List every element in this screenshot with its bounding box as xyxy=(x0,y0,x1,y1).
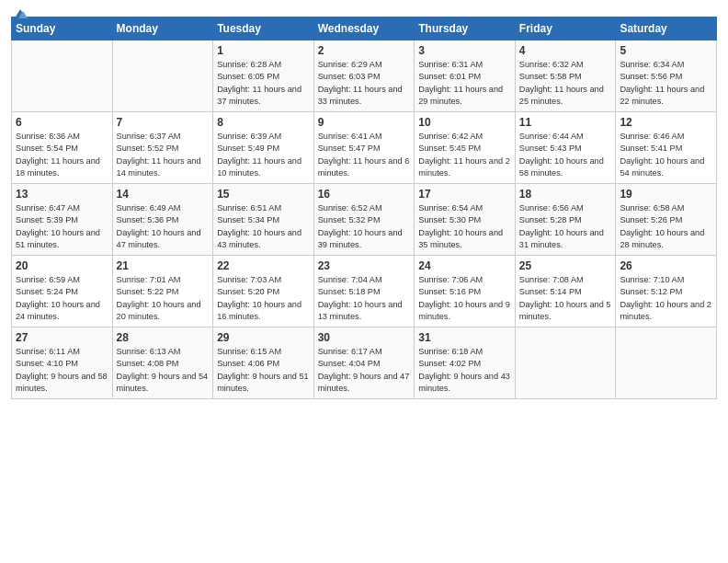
calendar-cell-5-4: 30Sunrise: 6:17 AM Sunset: 4:04 PM Dayli… xyxy=(313,327,415,399)
day-number: 28 xyxy=(117,331,210,344)
day-number: 24 xyxy=(418,259,511,272)
day-number: 19 xyxy=(620,188,712,201)
calendar-cell-1-6: 4Sunrise: 6:32 AM Sunset: 5:58 PM Daylig… xyxy=(515,40,616,112)
day-number: 25 xyxy=(519,259,612,272)
calendar-dow-saturday: Saturday xyxy=(616,17,717,40)
calendar-cell-4-6: 25Sunrise: 7:08 AM Sunset: 5:14 PM Dayli… xyxy=(515,256,616,327)
day-info: Sunrise: 7:06 AM Sunset: 5:16 PM Dayligh… xyxy=(418,274,511,323)
calendar-cell-1-1 xyxy=(12,40,113,112)
day-number: 17 xyxy=(418,188,511,201)
day-number: 14 xyxy=(117,188,210,201)
day-info: Sunrise: 6:56 AM Sunset: 5:28 PM Dayligh… xyxy=(519,202,612,251)
day-info: Sunrise: 6:52 AM Sunset: 5:32 PM Dayligh… xyxy=(318,202,411,251)
day-info: Sunrise: 6:15 AM Sunset: 4:06 PM Dayligh… xyxy=(217,346,310,395)
day-info: Sunrise: 6:54 AM Sunset: 5:30 PM Dayligh… xyxy=(418,202,511,251)
day-info: Sunrise: 6:11 AM Sunset: 4:10 PM Dayligh… xyxy=(16,346,108,395)
calendar-dow-monday: Monday xyxy=(112,17,213,40)
day-number: 30 xyxy=(318,331,411,344)
calendar-cell-2-7: 12Sunrise: 6:46 AM Sunset: 5:41 PM Dayli… xyxy=(616,112,717,184)
day-number: 15 xyxy=(217,188,310,201)
logo-icon xyxy=(11,6,28,22)
calendar-week-3: 13Sunrise: 6:47 AM Sunset: 5:39 PM Dayli… xyxy=(12,184,717,256)
day-info: Sunrise: 7:08 AM Sunset: 5:14 PM Dayligh… xyxy=(519,274,612,323)
day-number: 9 xyxy=(318,116,411,129)
day-number: 18 xyxy=(519,188,612,201)
day-number: 4 xyxy=(519,44,612,57)
calendar-cell-3-2: 14Sunrise: 6:49 AM Sunset: 5:36 PM Dayli… xyxy=(112,184,213,256)
calendar-cell-2-6: 11Sunrise: 6:44 AM Sunset: 5:43 PM Dayli… xyxy=(515,112,616,184)
calendar-cell-1-7: 5Sunrise: 6:34 AM Sunset: 5:56 PM Daylig… xyxy=(616,40,717,112)
day-number: 12 xyxy=(620,116,712,129)
calendar-cell-5-7 xyxy=(616,327,717,399)
calendar-cell-5-5: 31Sunrise: 6:18 AM Sunset: 4:02 PM Dayli… xyxy=(415,327,516,399)
calendar-table: SundayMondayTuesdayWednesdayThursdayFrid… xyxy=(11,17,717,399)
day-number: 29 xyxy=(217,331,310,344)
day-number: 31 xyxy=(418,331,511,344)
calendar-cell-5-6 xyxy=(515,327,616,399)
calendar-cell-3-6: 18Sunrise: 6:56 AM Sunset: 5:28 PM Dayli… xyxy=(515,184,616,256)
day-number: 1 xyxy=(217,44,310,57)
calendar-week-5: 27Sunrise: 6:11 AM Sunset: 4:10 PM Dayli… xyxy=(12,327,717,399)
calendar-cell-1-4: 2Sunrise: 6:29 AM Sunset: 6:03 PM Daylig… xyxy=(313,40,415,112)
day-info: Sunrise: 6:18 AM Sunset: 4:02 PM Dayligh… xyxy=(418,346,511,395)
calendar-cell-3-3: 15Sunrise: 6:51 AM Sunset: 5:34 PM Dayli… xyxy=(213,184,314,256)
day-info: Sunrise: 6:49 AM Sunset: 5:36 PM Dayligh… xyxy=(117,202,210,251)
calendar-cell-4-7: 26Sunrise: 7:10 AM Sunset: 5:12 PM Dayli… xyxy=(616,256,717,327)
day-info: Sunrise: 7:10 AM Sunset: 5:12 PM Dayligh… xyxy=(620,274,712,323)
day-info: Sunrise: 6:32 AM Sunset: 5:58 PM Dayligh… xyxy=(519,59,612,108)
day-number: 13 xyxy=(16,188,108,201)
calendar-cell-5-1: 27Sunrise: 6:11 AM Sunset: 4:10 PM Dayli… xyxy=(12,327,113,399)
day-info: Sunrise: 6:42 AM Sunset: 5:45 PM Dayligh… xyxy=(418,131,511,179)
day-info: Sunrise: 7:04 AM Sunset: 5:18 PM Dayligh… xyxy=(318,274,411,323)
day-info: Sunrise: 6:47 AM Sunset: 5:39 PM Dayligh… xyxy=(16,202,108,251)
page-container: SundayMondayTuesdayWednesdayThursdayFrid… xyxy=(0,0,728,407)
day-number: 21 xyxy=(117,259,210,272)
day-info: Sunrise: 6:34 AM Sunset: 5:56 PM Dayligh… xyxy=(620,59,712,108)
day-info: Sunrise: 6:44 AM Sunset: 5:43 PM Dayligh… xyxy=(519,131,612,179)
day-number: 10 xyxy=(418,116,511,129)
day-info: Sunrise: 7:01 AM Sunset: 5:22 PM Dayligh… xyxy=(117,274,210,323)
day-number: 16 xyxy=(318,188,411,201)
day-info: Sunrise: 6:17 AM Sunset: 4:04 PM Dayligh… xyxy=(318,346,411,395)
day-info: Sunrise: 6:37 AM Sunset: 5:52 PM Dayligh… xyxy=(117,131,210,179)
calendar-cell-4-4: 23Sunrise: 7:04 AM Sunset: 5:18 PM Dayli… xyxy=(313,256,415,327)
calendar-cell-1-5: 3Sunrise: 6:31 AM Sunset: 6:01 PM Daylig… xyxy=(415,40,516,112)
day-number: 8 xyxy=(217,116,310,129)
calendar-week-4: 20Sunrise: 6:59 AM Sunset: 5:24 PM Dayli… xyxy=(12,256,717,327)
calendar-cell-4-5: 24Sunrise: 7:06 AM Sunset: 5:16 PM Dayli… xyxy=(415,256,516,327)
day-info: Sunrise: 6:39 AM Sunset: 5:49 PM Dayligh… xyxy=(217,131,310,179)
calendar-cell-2-1: 6Sunrise: 6:36 AM Sunset: 5:54 PM Daylig… xyxy=(12,112,113,184)
calendar-week-1: 1Sunrise: 6:28 AM Sunset: 6:05 PM Daylig… xyxy=(12,40,717,112)
day-info: Sunrise: 6:28 AM Sunset: 6:05 PM Dayligh… xyxy=(217,59,310,108)
day-info: Sunrise: 6:13 AM Sunset: 4:08 PM Dayligh… xyxy=(117,346,210,395)
calendar-cell-4-3: 22Sunrise: 7:03 AM Sunset: 5:20 PM Dayli… xyxy=(213,256,314,327)
calendar-cell-3-4: 16Sunrise: 6:52 AM Sunset: 5:32 PM Dayli… xyxy=(313,184,415,256)
day-info: Sunrise: 7:03 AM Sunset: 5:20 PM Dayligh… xyxy=(217,274,310,323)
calendar-week-2: 6Sunrise: 6:36 AM Sunset: 5:54 PM Daylig… xyxy=(12,112,717,184)
day-info: Sunrise: 6:31 AM Sunset: 6:01 PM Dayligh… xyxy=(418,59,511,108)
calendar-cell-2-3: 8Sunrise: 6:39 AM Sunset: 5:49 PM Daylig… xyxy=(213,112,314,184)
calendar-cell-1-2 xyxy=(112,40,213,112)
calendar-cell-4-1: 20Sunrise: 6:59 AM Sunset: 5:24 PM Dayli… xyxy=(12,256,113,327)
day-number: 27 xyxy=(16,331,108,344)
day-number: 23 xyxy=(318,259,411,272)
calendar-cell-5-2: 28Sunrise: 6:13 AM Sunset: 4:08 PM Dayli… xyxy=(112,327,213,399)
day-number: 3 xyxy=(418,44,511,57)
day-info: Sunrise: 6:51 AM Sunset: 5:34 PM Dayligh… xyxy=(217,202,310,251)
calendar-dow-tuesday: Tuesday xyxy=(213,17,314,40)
calendar-cell-1-3: 1Sunrise: 6:28 AM Sunset: 6:05 PM Daylig… xyxy=(213,40,314,112)
calendar-cell-5-3: 29Sunrise: 6:15 AM Sunset: 4:06 PM Dayli… xyxy=(213,327,314,399)
calendar-dow-thursday: Thursday xyxy=(415,17,516,40)
day-info: Sunrise: 6:29 AM Sunset: 6:03 PM Dayligh… xyxy=(318,59,411,108)
calendar-dow-wednesday: Wednesday xyxy=(313,17,415,40)
day-number: 22 xyxy=(217,259,310,272)
calendar-cell-3-1: 13Sunrise: 6:47 AM Sunset: 5:39 PM Dayli… xyxy=(12,184,113,256)
day-number: 5 xyxy=(620,44,712,57)
calendar-cell-2-5: 10Sunrise: 6:42 AM Sunset: 5:45 PM Dayli… xyxy=(415,112,516,184)
day-info: Sunrise: 6:58 AM Sunset: 5:26 PM Dayligh… xyxy=(620,202,712,251)
day-number: 26 xyxy=(620,259,712,272)
calendar-cell-3-7: 19Sunrise: 6:58 AM Sunset: 5:26 PM Dayli… xyxy=(616,184,717,256)
day-number: 7 xyxy=(117,116,210,129)
day-number: 20 xyxy=(16,259,108,272)
day-number: 11 xyxy=(519,116,612,129)
